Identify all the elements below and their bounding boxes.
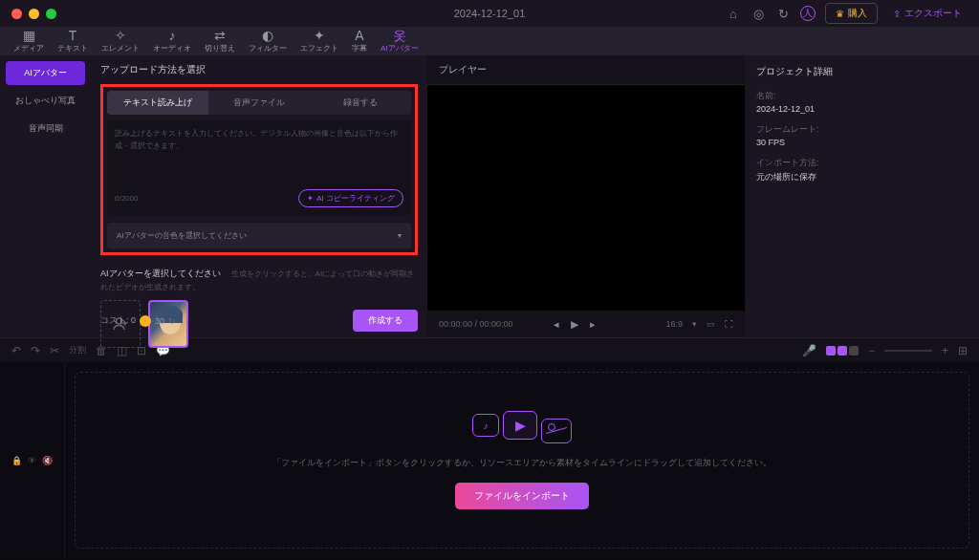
minimize-window[interactable] bbox=[29, 9, 39, 19]
lock-icon[interactable]: 🔒 bbox=[11, 456, 22, 465]
upload-method-tabs: テキスト読み上げ 音声ファイル 録音する bbox=[107, 91, 411, 115]
avatar-section-label: AIアバターを選択してください bbox=[100, 269, 221, 278]
zoom-slider[interactable] bbox=[884, 350, 932, 352]
toggle-b[interactable] bbox=[838, 346, 847, 355]
text-icon: T bbox=[69, 29, 77, 42]
message-icon[interactable]: ◎ bbox=[751, 6, 766, 21]
redo-icon[interactable]: ↷ bbox=[31, 344, 40, 357]
mute-icon[interactable]: 🔇 bbox=[42, 456, 53, 465]
toggle-group[interactable] bbox=[826, 346, 859, 355]
user-badge[interactable]: 人 bbox=[800, 6, 816, 21]
method-tab-record[interactable]: 録音する bbox=[310, 91, 411, 115]
refresh-icon[interactable]: ↻ bbox=[168, 316, 176, 326]
player-controls: 00:00:00 / 00:00:00 ◂ ▶ ▸ 16:9▾ ▭ ⛶ bbox=[427, 311, 745, 337]
tool-audio[interactable]: ♪オーディオ bbox=[147, 27, 197, 55]
char-counter: 0/2000 bbox=[115, 194, 138, 203]
player-timecode: 00:00:00 / 00:00:00 bbox=[439, 319, 513, 329]
fit-icon[interactable]: ⊞ bbox=[958, 344, 968, 357]
voice-select-label: AIアバターの音色を選択してください bbox=[117, 230, 247, 241]
tool-element[interactable]: ✧エレメント bbox=[96, 27, 145, 55]
details-header: プロジェクト詳細 bbox=[756, 65, 968, 78]
timeline-track-controls: 🔒 👁 🔇 bbox=[0, 362, 65, 558]
sidebar-tab-voice-sync[interactable]: 音声同期 bbox=[6, 117, 85, 140]
sidebar-tab-ai-avatar[interactable]: AIアバター bbox=[6, 61, 85, 85]
tool-effect[interactable]: ✦エフェクト bbox=[294, 27, 344, 55]
player-header: プレイヤー bbox=[427, 55, 745, 85]
left-sidebar: AIアバター おしゃべり写真 音声同期 bbox=[0, 55, 91, 337]
undo-icon[interactable]: ↶ bbox=[11, 344, 21, 357]
create-button[interactable]: 作成する bbox=[353, 310, 418, 332]
play-button[interactable]: ▶ bbox=[571, 318, 578, 331]
timeline-drop-zone[interactable]: ♪ ▶ 「ファイルをインポート」ボタンをクリックするか、リソースエリアから素材を… bbox=[75, 372, 969, 549]
player-video-area[interactable] bbox=[427, 85, 745, 311]
export-label: エクスポート bbox=[904, 7, 962, 20]
titlebar: 2024-12-12_01 ⌂ ◎ ↻ 人 ♛ 購入 ⇪ エクスポート bbox=[0, 0, 979, 27]
avatar-icon: 옷 bbox=[393, 29, 406, 42]
avatar-section: AIアバターを選択してください 生成をクリックすると、AIによって口の動きが同期… bbox=[100, 267, 418, 348]
upload-method-title: アップロード方法を選択 bbox=[100, 63, 418, 76]
play-graphic-icon: ▶ bbox=[503, 411, 537, 440]
filter-icon: ◐ bbox=[262, 29, 273, 42]
detail-framerate: フレームレート: 30 FPS bbox=[756, 123, 968, 147]
tool-media[interactable]: ▦メディア bbox=[8, 27, 50, 55]
effect-icon: ✦ bbox=[314, 29, 325, 42]
detail-name: 名前: 2024-12-12_01 bbox=[756, 90, 968, 114]
buy-label: 購入 bbox=[848, 7, 867, 20]
close-window[interactable] bbox=[11, 9, 22, 19]
content-panel: アップロード方法を選択 テキスト読み上げ 音声ファイル 録音する 読み上げるテキ… bbox=[91, 55, 427, 337]
tool-transition[interactable]: ⇄切り替え bbox=[199, 27, 241, 55]
project-details-panel: プロジェクト詳細 名前: 2024-12-12_01 フレームレート: 30 F… bbox=[745, 55, 979, 337]
subtitle-icon: A bbox=[355, 29, 363, 42]
gift-icon[interactable]: ⌂ bbox=[726, 6, 741, 21]
voice-select-dropdown[interactable]: AIアバターの音色を選択してください ▾ bbox=[107, 223, 411, 248]
cost-display: コスト: 0 30 ↻ bbox=[100, 314, 176, 327]
chevron-down-icon: ▾ bbox=[692, 319, 697, 329]
sidebar-tab-talking-photo[interactable]: おしゃべり写真 bbox=[6, 89, 85, 113]
method-tab-audio-file[interactable]: 音声ファイル bbox=[208, 91, 310, 115]
window-controls bbox=[11, 9, 56, 19]
element-icon: ✧ bbox=[115, 29, 126, 42]
tool-text[interactable]: Tテキスト bbox=[52, 27, 94, 55]
crop-icon[interactable]: ▭ bbox=[707, 319, 715, 329]
player-panel: プレイヤー 00:00:00 / 00:00:00 ◂ ▶ ▸ 16:9▾ ▭ … bbox=[427, 55, 745, 337]
coin-icon bbox=[140, 315, 151, 327]
detail-import-method: インポート方法: 元の場所に保存 bbox=[756, 157, 968, 183]
media-icon: ▦ bbox=[23, 29, 35, 42]
import-hint-text: 「ファイルをインポート」ボタンをクリックするか、リソースエリアから素材をタイムラ… bbox=[272, 457, 772, 469]
tool-filter[interactable]: ◐フィルター bbox=[243, 27, 293, 55]
transition-icon: ⇄ bbox=[214, 29, 226, 42]
chevron-down-icon: ▾ bbox=[398, 231, 402, 240]
zoom-out-icon[interactable]: − bbox=[868, 344, 875, 357]
main-area: AIアバター おしゃべり写真 音声同期 アップロード方法を選択 テキスト読み上げ… bbox=[0, 55, 979, 337]
ai-copywriting-button[interactable]: ✦ AI コピーライティング bbox=[298, 189, 403, 207]
buy-button[interactable]: ♛ 購入 bbox=[825, 3, 878, 24]
eye-icon[interactable]: 👁 bbox=[28, 456, 36, 465]
main-toolbar: ▦メディア Tテキスト ✧エレメント ♪オーディオ ⇄切り替え ◐フィルター ✦… bbox=[0, 27, 979, 55]
toggle-c[interactable] bbox=[849, 346, 859, 355]
method-tab-tts[interactable]: テキスト読み上げ bbox=[107, 91, 208, 115]
next-frame-button[interactable]: ▸ bbox=[590, 318, 596, 331]
aspect-ratio[interactable]: 16:9 bbox=[665, 319, 683, 329]
split-icon[interactable]: ✂ bbox=[50, 344, 59, 357]
export-button[interactable]: ⇪ エクスポート bbox=[887, 4, 968, 23]
fullscreen-icon[interactable]: ⛶ bbox=[725, 319, 733, 329]
content-footer: コスト: 0 30 ↻ 作成する bbox=[100, 310, 418, 332]
maximize-window[interactable] bbox=[46, 9, 56, 19]
split-label: 分割 bbox=[69, 344, 86, 356]
toggle-a[interactable] bbox=[826, 346, 836, 355]
import-graphic: ♪ ▶ bbox=[472, 411, 572, 440]
document-title: 2024-12-12_01 bbox=[454, 8, 526, 19]
zoom-in-icon[interactable]: + bbox=[942, 344, 948, 357]
tool-subtitle[interactable]: A字幕 bbox=[346, 27, 373, 55]
highlight-annotation: テキスト読み上げ 音声ファイル 録音する 読み上げるテキストを入力してください。… bbox=[100, 84, 418, 255]
tts-placeholder: 読み上げるテキストを入力してください。デジタル人物の画像と音色は以下から作成・選… bbox=[115, 128, 403, 153]
timeline-area: 🔒 👁 🔇 ♪ ▶ 「ファイルをインポート」ボタンをクリックするか、リソースエリ… bbox=[0, 362, 979, 558]
history-icon[interactable]: ↻ bbox=[775, 6, 791, 21]
mic-icon[interactable]: 🎤 bbox=[802, 344, 816, 357]
music-note-icon: ♪ bbox=[472, 414, 499, 437]
tts-text-area[interactable]: 読み上げるテキストを入力してください。デジタル人物の画像と音色は以下から作成・選… bbox=[107, 120, 411, 215]
tool-ai-avatar[interactable]: 옷AIアバター bbox=[375, 27, 424, 55]
prev-frame-button[interactable]: ◂ bbox=[554, 318, 559, 331]
image-graphic-icon bbox=[541, 419, 572, 443]
import-file-button[interactable]: ファイルをインポート bbox=[455, 483, 589, 509]
